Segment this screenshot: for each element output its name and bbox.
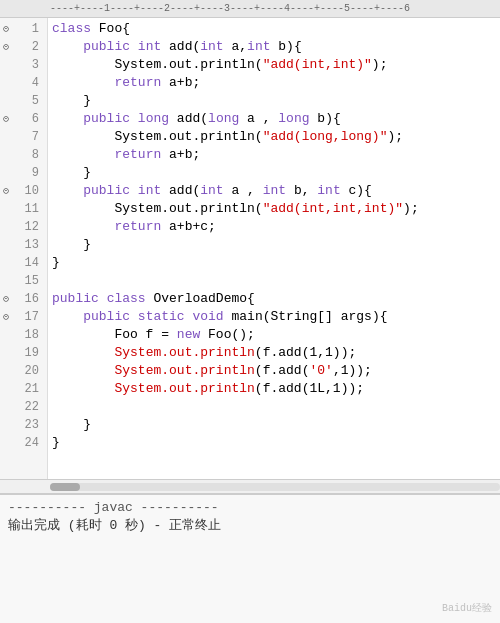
horizontal-scrollbar[interactable] [0, 479, 500, 493]
code-line: public static void main(String[] args){ [52, 308, 500, 326]
token [130, 111, 138, 126]
token: ); [387, 129, 403, 144]
token: a+b; [161, 147, 200, 162]
code-line: System.out.println(f.add(1L,1)); [52, 380, 500, 398]
scrollbar-thumb[interactable] [50, 483, 80, 491]
line-number: 24 [12, 436, 43, 450]
line-number-row: 20 [0, 362, 47, 380]
token [130, 309, 138, 324]
line-number: 7 [12, 130, 43, 144]
token: a+b+c; [161, 219, 216, 234]
code-line: return a+b; [52, 146, 500, 164]
token: Foo f = [52, 327, 177, 342]
line-number: 19 [12, 346, 43, 360]
line-number: 18 [12, 328, 43, 342]
fold-indicator[interactable]: ⊝ [0, 113, 12, 125]
line-number: 8 [12, 148, 43, 162]
token: System.out.println( [52, 201, 263, 216]
token: ); [403, 201, 419, 216]
fold-indicator[interactable]: ⊝ [0, 23, 12, 35]
code-line: } [52, 164, 500, 182]
line-number-row: 13 [0, 236, 47, 254]
token: System.out.println [114, 363, 254, 378]
token: System.out.println [114, 345, 254, 360]
line-number-row: 9 [0, 164, 47, 182]
output-line1: 输出完成 (耗时 0 秒) - 正常终止 [8, 517, 492, 535]
code-line [52, 272, 500, 290]
code-area[interactable]: ⊝1⊝2345⊝6789⊝101112131415⊝16⊝17181920212… [0, 18, 500, 479]
line-number: 14 [12, 256, 43, 270]
token [52, 381, 114, 396]
token: add( [161, 183, 200, 198]
token [52, 183, 83, 198]
line-number: 12 [12, 220, 43, 234]
token [52, 111, 83, 126]
line-number: 3 [12, 58, 43, 72]
code-line: } [52, 236, 500, 254]
fold-indicator[interactable]: ⊝ [0, 185, 12, 197]
line-number-row: ⊝2 [0, 38, 47, 56]
code-lines[interactable]: class Foo{ public int add(int a,int b){ … [48, 18, 500, 479]
line-number-row: 8 [0, 146, 47, 164]
output-area: ---------- javac ---------- 输出完成 (耗时 0 秒… [0, 493, 500, 623]
line-number-row: 3 [0, 56, 47, 74]
token: static [138, 309, 185, 324]
token: int [138, 183, 161, 198]
token: void [192, 309, 223, 324]
output-blank3 [8, 571, 492, 589]
line-number: 4 [12, 76, 43, 90]
token: OverloadDemo{ [146, 291, 255, 306]
ruler: ----+----1----+----2----+----3----+----4… [0, 0, 500, 18]
token: long [278, 111, 309, 126]
code-line: return a+b; [52, 74, 500, 92]
code-line: public int add(int a , int b, int c){ [52, 182, 500, 200]
token: int [247, 39, 270, 54]
code-line: return a+b+c; [52, 218, 500, 236]
code-line [52, 398, 500, 416]
token: add( [169, 111, 208, 126]
token: add( [161, 39, 200, 54]
line-number: 11 [12, 202, 43, 216]
token [52, 363, 114, 378]
line-number-row: ⊝17 [0, 308, 47, 326]
token: class [107, 291, 146, 306]
token: "add(long,long)" [263, 129, 388, 144]
line-number: 5 [12, 94, 43, 108]
token [99, 291, 107, 306]
token: } [52, 255, 60, 270]
fold-indicator[interactable]: ⊝ [0, 311, 12, 323]
fold-indicator[interactable]: ⊝ [0, 41, 12, 53]
token [130, 183, 138, 198]
scrollbar-track[interactable] [50, 483, 500, 491]
token: "add(int,int,int)" [263, 201, 403, 216]
line-number-row: 12 [0, 218, 47, 236]
token: System.out.println( [52, 129, 263, 144]
line-numbers: ⊝1⊝2345⊝6789⊝101112131415⊝16⊝17181920212… [0, 18, 48, 479]
token: public [83, 39, 130, 54]
token: Foo{ [91, 21, 130, 36]
fold-indicator[interactable]: ⊝ [0, 293, 12, 305]
token [130, 39, 138, 54]
line-number-row: 24 [0, 434, 47, 452]
token [52, 39, 83, 54]
line-number-row: 15 [0, 272, 47, 290]
token: return [114, 219, 161, 234]
line-number-row: 14 [0, 254, 47, 272]
line-number: 16 [12, 292, 43, 306]
token [52, 345, 114, 360]
code-line: System.out.println("add(int,int)"); [52, 56, 500, 74]
token: int [200, 39, 223, 54]
code-line: } [52, 416, 500, 434]
token: a, [224, 39, 247, 54]
line-number: 13 [12, 238, 43, 252]
token: int [200, 183, 223, 198]
code-line: } [52, 92, 500, 110]
token: a , [224, 183, 263, 198]
line-number: 10 [12, 184, 43, 198]
line-number: 22 [12, 400, 43, 414]
token: (f.add(1,1)); [255, 345, 356, 360]
token: int [317, 183, 340, 198]
line-number: 23 [12, 418, 43, 432]
line-number: 6 [12, 112, 43, 126]
line-number-row: 21 [0, 380, 47, 398]
